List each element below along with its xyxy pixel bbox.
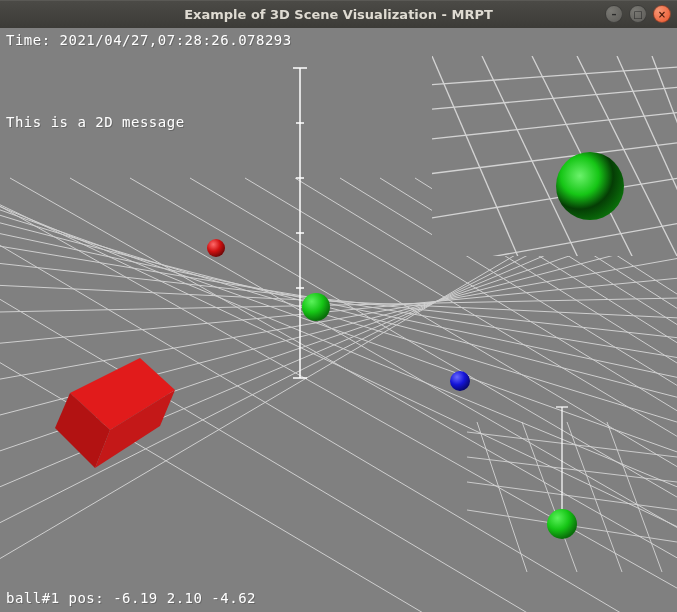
svg-line-9 bbox=[0, 258, 677, 338]
minimize-icon: – bbox=[612, 9, 617, 20]
time-overlay: Time: 2021/04/27,07:28:26.078293 bbox=[6, 32, 292, 48]
svg-line-43 bbox=[432, 66, 677, 86]
minimize-button[interactable]: – bbox=[605, 5, 623, 23]
maximize-button[interactable]: □ bbox=[629, 5, 647, 23]
svg-line-45 bbox=[432, 111, 677, 141]
inset-viewport[interactable] bbox=[432, 56, 677, 256]
svg-line-62 bbox=[607, 422, 662, 572]
maximize-icon: □ bbox=[633, 9, 642, 20]
svg-line-59 bbox=[477, 422, 527, 572]
green-sphere-center bbox=[302, 293, 330, 321]
inset-green-sphere bbox=[556, 152, 624, 220]
status-overlay: ball#1 pos: -6.19 2.10 -4.62 bbox=[6, 590, 256, 606]
svg-line-53 bbox=[617, 56, 677, 256]
window-controls: – □ × bbox=[605, 5, 671, 23]
mini-viewport[interactable] bbox=[467, 402, 677, 572]
mini-green-sphere bbox=[547, 509, 577, 539]
svg-line-48 bbox=[432, 221, 677, 256]
svg-line-46 bbox=[432, 141, 677, 176]
svg-line-49 bbox=[432, 56, 522, 256]
message-overlay: This is a 2D message bbox=[6, 114, 185, 130]
red-sphere bbox=[207, 239, 225, 257]
red-cube bbox=[55, 358, 175, 468]
window-titlebar: Example of 3D Scene Visualization - MRPT… bbox=[0, 0, 677, 28]
window-title: Example of 3D Scene Visualization - MRPT bbox=[184, 7, 493, 22]
close-icon: × bbox=[658, 9, 666, 20]
svg-line-61 bbox=[567, 422, 622, 572]
z-axis bbox=[293, 68, 307, 378]
3d-viewport[interactable]: Time: 2021/04/27,07:28:26.078293 This is… bbox=[0, 28, 677, 612]
inset-scene bbox=[432, 56, 677, 256]
mini-scene bbox=[467, 402, 677, 572]
blue-sphere bbox=[450, 371, 470, 391]
svg-line-56 bbox=[467, 457, 677, 482]
close-button[interactable]: × bbox=[653, 5, 671, 23]
